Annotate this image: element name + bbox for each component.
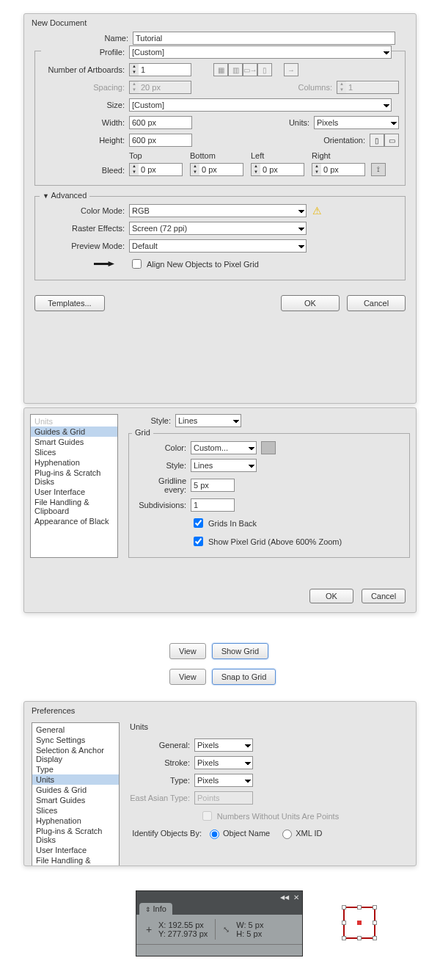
prefs-list-item[interactable]: File Handling & Clipboard	[32, 855, 119, 866]
name-input[interactable]	[133, 32, 395, 45]
stroke-units-select[interactable]: Pixels	[194, 756, 253, 769]
xml-id-radio[interactable]	[282, 830, 292, 839]
new-document-dialog: New Document Name: Profile: [Custom] Num…	[23, 13, 417, 404]
menu-row-1: View Show Grid	[169, 643, 268, 659]
left-label: Left	[251, 151, 304, 160]
name-label: Name:	[34, 34, 133, 43]
grid-style-select[interactable]: Lines	[191, 459, 257, 472]
bleed-left-spinner[interactable]: ▲▼	[251, 163, 304, 176]
prefs-list-item[interactable]: User Interface	[32, 845, 119, 855]
info-tab[interactable]: ⇕ Info	[139, 903, 172, 915]
cancel-button[interactable]: Cancel	[347, 295, 406, 311]
prefs-list-item[interactable]: Appearance of Black	[31, 516, 117, 526]
bleed-top-spinner[interactable]: ▲▼	[129, 163, 183, 176]
color-mode-select[interactable]: RGB	[129, 204, 307, 217]
link-bleed-icon[interactable]: ⟟	[371, 163, 386, 176]
type-units-select[interactable]: Pixels	[194, 774, 253, 787]
dialog-title: New Document	[24, 14, 416, 32]
warning-icon: ⚠	[312, 205, 322, 217]
collapse-icon[interactable]: ◀◀	[280, 894, 289, 901]
prefs-list-item[interactable]: Slices	[32, 805, 119, 816]
grid-color-select[interactable]: Custom...	[191, 441, 257, 454]
arrange-grid-row-icon: ▦	[213, 63, 228, 76]
show-pixel-grid-label: Show Pixel Grid (Above 600% Zoom)	[208, 537, 342, 546]
color-swatch[interactable]	[261, 441, 276, 454]
ok-button[interactable]: OK	[281, 295, 340, 311]
crosshair-icon: +	[142, 923, 155, 935]
bottom-label: Bottom	[190, 151, 243, 160]
numbers-without-units-label: Numbers Without Units Are Points	[217, 812, 339, 821]
arrange-grid-col-icon: ▥	[228, 63, 243, 76]
object-name-radio[interactable]	[210, 830, 219, 839]
prefs-list-item[interactable]: User Interface	[31, 487, 117, 497]
object-name-label: Object Name	[223, 829, 270, 838]
size-select[interactable]: [Custom]	[129, 98, 392, 112]
spacing-label: Spacing:	[41, 83, 129, 92]
h-value: 5 px	[246, 929, 262, 938]
close-panel-icon[interactable]: ✕	[293, 893, 299, 901]
prefs-list-item[interactable]: Units	[32, 774, 119, 785]
subdivisions-input[interactable]	[191, 498, 235, 512]
grids-in-back-checkbox[interactable]	[194, 518, 203, 528]
pointer-arrow-icon	[94, 261, 114, 266]
prefs-list-item[interactable]: Smart Guides	[31, 437, 117, 447]
units-section-label: Units	[130, 722, 408, 731]
prefs-list-item[interactable]: Hyphenation	[32, 816, 119, 826]
prefs-ok-button[interactable]: OK	[309, 589, 353, 603]
prefs-list-item[interactable]: Sync Settings	[32, 735, 119, 745]
prefs-list-item[interactable]: Selection & Anchor Display	[32, 745, 119, 764]
prefs-list-item[interactable]: Plug-ins & Scratch Disks	[32, 826, 119, 845]
columns-spinner: ▲▼	[337, 81, 399, 94]
prefs-list-item[interactable]: Type	[32, 764, 119, 774]
view-menu-1[interactable]: View	[169, 643, 206, 659]
show-pixel-grid-checkbox[interactable]	[194, 537, 203, 546]
type-units-label: Type:	[130, 776, 194, 785]
width-input[interactable]	[129, 116, 192, 129]
show-grid-menu-item[interactable]: Show Grid	[212, 643, 268, 659]
prefs-list-item[interactable]: Plug-ins & Scratch Disks	[31, 468, 117, 487]
profile-select[interactable]: [Custom]	[129, 46, 392, 59]
w-label: W:	[236, 921, 246, 929]
advanced-legend[interactable]: ▼ Advanced	[40, 191, 89, 200]
templates-button[interactable]: Templates...	[34, 295, 105, 311]
prefs-list-item[interactable]: Guides & Grid	[31, 427, 117, 437]
align-pixel-grid-label: Align New Objects to Pixel Grid	[147, 260, 259, 269]
raster-effects-select[interactable]: Screen (72 ppi)	[129, 222, 307, 235]
stroke-units-label: Stroke:	[130, 758, 194, 767]
guides-style-select[interactable]: Lines	[175, 414, 241, 427]
bleed-right-spinner[interactable]: ▲▼	[312, 163, 365, 176]
w-value: 5 px	[249, 921, 264, 929]
prefs-list-item[interactable]: Units	[31, 416, 117, 427]
xml-id-label: XML ID	[296, 829, 322, 838]
prefs-list-item[interactable]: Smart Guides	[32, 795, 119, 805]
preferences-units-dialog: Preferences GeneralSync SettingsSelectio…	[23, 701, 417, 866]
snap-to-grid-menu-item[interactable]: Snap to Grid	[212, 669, 276, 685]
portrait-icon[interactable]: ▯	[370, 134, 384, 147]
prefs-list-item[interactable]: Slices	[31, 447, 117, 457]
top-label: Top	[129, 151, 183, 160]
prefs-category-list-2[interactable]: GeneralSync SettingsSelection & Anchor D…	[32, 722, 120, 866]
y-label: Y:	[158, 929, 166, 938]
prefs-list-item[interactable]: File Handling & Clipboard	[31, 497, 117, 516]
prefs-list-item[interactable]: Guides & Grid	[32, 785, 119, 795]
align-pixel-grid-checkbox[interactable]	[132, 259, 142, 269]
units-select[interactable]: Pixels	[314, 116, 399, 129]
general-units-select[interactable]: Pixels	[194, 738, 253, 752]
prefs-list-item[interactable]: General	[32, 725, 119, 735]
identify-objects-label: Identify Objects By:	[130, 829, 206, 838]
bleed-bottom-spinner[interactable]: ▲▼	[190, 163, 243, 176]
artboards-spinner[interactable]: ▲▼	[129, 63, 191, 76]
width-label: Width:	[41, 118, 129, 127]
view-menu-2[interactable]: View	[169, 669, 206, 685]
color-mode-label: Color Mode:	[41, 206, 129, 215]
y-value: 277.973 px	[168, 929, 208, 938]
numbers-without-units-checkbox	[202, 811, 212, 821]
height-input[interactable]	[129, 134, 192, 147]
prefs-category-list[interactable]: UnitsGuides & GridSmart GuidesSlicesHyph…	[30, 414, 118, 558]
prefs-cancel-button[interactable]: Cancel	[362, 589, 406, 603]
landscape-icon[interactable]: ▭	[384, 134, 399, 147]
gridline-input[interactable]	[191, 479, 235, 492]
preview-mode-select[interactable]: Default	[129, 239, 307, 253]
prefs-list-item[interactable]: Hyphenation	[31, 457, 117, 468]
arrange-col-icon: ▯	[257, 63, 272, 76]
